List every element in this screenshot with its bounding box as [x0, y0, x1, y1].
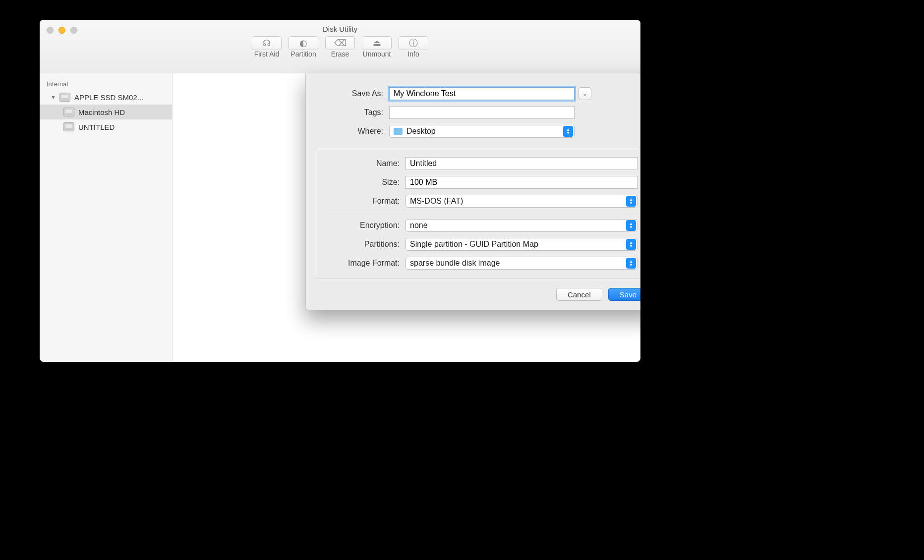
image-format-label: Image Format:: [325, 259, 405, 268]
image-options-panel: Name: Size: Format: MS-DOS (FAT) ▲▼: [315, 148, 640, 279]
save-as-label: Save As:: [315, 89, 389, 98]
size-input[interactable]: [405, 176, 637, 189]
encryption-value: none: [410, 221, 428, 230]
popup-arrows-icon: ▲▼: [626, 220, 636, 231]
tags-label: Tags:: [315, 108, 389, 117]
where-value: Desktop: [406, 127, 436, 136]
close-window-button[interactable]: [47, 27, 54, 34]
zoom-window-button[interactable]: [70, 27, 77, 34]
where-popup[interactable]: Desktop ▲▼: [389, 125, 575, 138]
save-button[interactable]: Save: [608, 288, 640, 301]
chevron-down-icon: ⌄: [582, 90, 587, 97]
disk-utility-window: Disk Utility ☊ First Aid ◐ Partition ⌫ E…: [40, 20, 640, 362]
save-sheet: Save As: ⌄ Tags: Where:: [305, 73, 640, 310]
name-label: Name:: [325, 159, 405, 168]
image-format-popup[interactable]: sparse bundle disk image ▲▼: [405, 257, 637, 270]
disclosure-triangle-icon[interactable]: ▼: [51, 94, 56, 100]
tags-input[interactable]: [389, 106, 575, 119]
content-area: r Available 1 GB 56.84 GB Logical Volume…: [173, 73, 640, 362]
partition-button[interactable]: ◐ Partition: [289, 36, 318, 58]
format-value: MS-DOS (FAT): [410, 197, 463, 206]
window-controls: [47, 27, 77, 34]
toolbar: ☊ First Aid ◐ Partition ⌫ Erase ⏏ Unmoun…: [252, 36, 428, 58]
size-label: Size:: [325, 178, 405, 187]
popup-arrows-icon: ▲▼: [626, 258, 636, 269]
stethoscope-icon: ☊: [263, 38, 271, 49]
image-format-value: sparse bundle disk image: [410, 259, 500, 268]
popup-arrows-icon: ▲▼: [563, 126, 573, 137]
volume-icon: [63, 122, 74, 131]
encryption-popup[interactable]: none ▲▼: [405, 219, 637, 232]
cancel-button[interactable]: Cancel: [556, 288, 602, 301]
disk-icon: [59, 93, 70, 102]
eject-icon: ⏏: [373, 38, 381, 49]
where-label: Where:: [315, 127, 389, 136]
sidebar-item-label: UNTITLED: [78, 123, 115, 131]
info-icon: ⓘ: [409, 37, 418, 49]
save-as-input[interactable]: [389, 87, 575, 100]
name-input[interactable]: [405, 157, 637, 170]
format-popup[interactable]: MS-DOS (FAT) ▲▼: [405, 195, 637, 208]
partitions-value: Single partition - GUID Partition Map: [410, 240, 538, 249]
erase-icon: ⌫: [334, 38, 346, 49]
folder-icon: [394, 128, 403, 135]
unmount-button[interactable]: ⏏ Unmount: [362, 36, 392, 58]
info-button[interactable]: ⓘ Info: [399, 36, 428, 58]
partitions-label: Partitions:: [325, 240, 405, 249]
sidebar-item-disk[interactable]: ▼ APPLE SSD SM02...: [40, 90, 172, 105]
minimize-window-button[interactable]: [58, 27, 65, 34]
sidebar-section-label: Internal: [40, 78, 172, 90]
popup-arrows-icon: ▲▼: [626, 196, 636, 207]
erase-button[interactable]: ⌫ Erase: [325, 36, 355, 58]
window-body: Internal ▼ APPLE SSD SM02... Macintosh H…: [40, 73, 640, 362]
volume-icon: [63, 108, 74, 116]
separator: [325, 211, 637, 211]
expand-save-dialog-button[interactable]: ⌄: [578, 87, 591, 100]
titlebar: Disk Utility ☊ First Aid ◐ Partition ⌫ E…: [40, 20, 640, 73]
format-label: Format:: [325, 197, 405, 206]
window-title: Disk Utility: [323, 25, 357, 33]
partitions-popup[interactable]: Single partition - GUID Partition Map ▲▼: [405, 238, 637, 251]
sheet-button-bar: Cancel Save: [315, 288, 640, 301]
first-aid-button[interactable]: ☊ First Aid: [252, 36, 282, 58]
sidebar-item-volume[interactable]: Macintosh HD: [40, 105, 172, 119]
encryption-label: Encryption:: [325, 221, 405, 230]
sidebar-item-label: Macintosh HD: [78, 108, 125, 116]
sidebar-item-label: APPLE SSD SM02...: [74, 93, 143, 102]
sidebar: Internal ▼ APPLE SSD SM02... Macintosh H…: [40, 73, 173, 362]
popup-arrows-icon: ▲▼: [626, 239, 636, 250]
sidebar-item-volume[interactable]: UNTITLED: [40, 119, 172, 134]
pie-icon: ◐: [299, 38, 307, 49]
